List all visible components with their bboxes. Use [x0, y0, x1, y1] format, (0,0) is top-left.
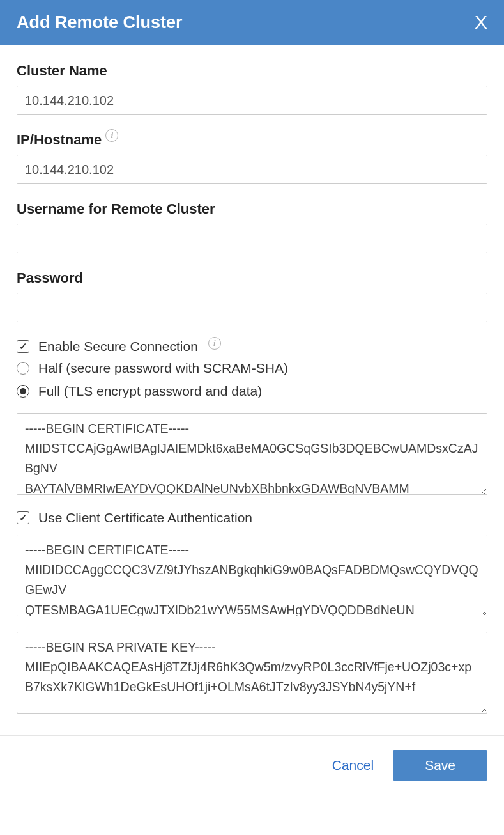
client-cert-auth-label: Use Client Certificate Authentication [38, 510, 252, 526]
username-group: Username for Remote Cluster [17, 201, 487, 253]
enable-secure-checkbox[interactable] [17, 340, 29, 353]
username-label: Username for Remote Cluster [17, 201, 487, 217]
cluster-name-group: Cluster Name [17, 63, 487, 115]
client-cert-auth-checkbox[interactable] [17, 511, 29, 524]
enable-secure-label: Enable Secure Connection [38, 339, 198, 354]
password-input[interactable] [17, 293, 487, 322]
info-icon[interactable]: i [105, 129, 118, 142]
cancel-button[interactable]: Cancel [332, 758, 374, 773]
close-icon[interactable]: X [475, 12, 487, 33]
modal-header: Add Remote Cluster X [0, 0, 504, 45]
password-label: Password [17, 270, 487, 286]
ip-hostname-label-row: IP/Hostname i [17, 132, 487, 148]
ip-hostname-label: IP/Hostname [17, 132, 102, 148]
enable-secure-row[interactable]: Enable Secure Connection i [17, 339, 487, 354]
modal-body: Cluster Name IP/Hostname i Username for … [0, 45, 504, 729]
modal-title: Add Remote Cluster [17, 13, 183, 33]
secure-mode-group: Half (secure password with SCRAM-SHA) Fu… [17, 361, 487, 399]
secure-half-radio[interactable] [17, 362, 29, 375]
info-icon[interactable]: i [208, 337, 221, 350]
client-cert-auth-row[interactable]: Use Client Certificate Authentication [17, 510, 487, 526]
cluster-name-label: Cluster Name [17, 63, 487, 79]
username-input[interactable] [17, 224, 487, 253]
save-button[interactable]: Save [393, 750, 487, 781]
password-group: Password [17, 270, 487, 322]
secure-half-label: Half (secure password with SCRAM-SHA) [38, 361, 288, 376]
secure-half-row[interactable]: Half (secure password with SCRAM-SHA) [17, 361, 487, 376]
secure-full-label: Full (TLS encrypt password and data) [38, 384, 262, 399]
secure-full-radio[interactable] [17, 385, 29, 398]
ip-hostname-input[interactable] [17, 155, 487, 184]
ip-hostname-group: IP/Hostname i [17, 132, 487, 184]
secure-full-row[interactable]: Full (TLS encrypt password and data) [17, 384, 487, 399]
modal-footer: Cancel Save [0, 735, 504, 795]
private-key-textarea[interactable] [17, 632, 487, 714]
client-cert-textarea[interactable] [17, 535, 487, 616]
cluster-name-input[interactable] [17, 86, 487, 115]
certificate-textarea[interactable] [17, 413, 487, 495]
